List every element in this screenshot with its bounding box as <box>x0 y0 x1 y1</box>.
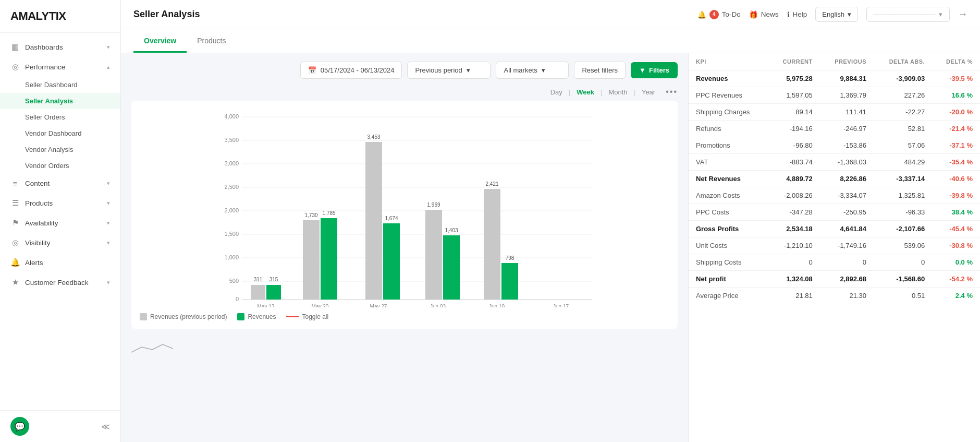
reset-filters-button[interactable]: Reset filters <box>574 62 626 79</box>
language-selector[interactable]: English ▾ <box>815 7 858 22</box>
user-selector[interactable]: ───────────── ▾ <box>866 7 950 22</box>
kpi-delta-abs: 227.26 <box>874 87 932 104</box>
chevron-down-icon: ▾ <box>107 220 110 226</box>
chart-section: 📅 05/17/2024 - 06/13/2024 Previous perio… <box>121 53 688 442</box>
svg-text:Jun 10: Jun 10 <box>489 304 505 307</box>
bar-curr <box>443 235 460 300</box>
kpi-delta-abs: -3,337.14 <box>874 171 932 187</box>
kpi-delta-abs: 1,325.81 <box>874 187 932 204</box>
kpi-previous: 0 <box>820 254 874 271</box>
kpi-previous: 2,892.68 <box>820 271 874 288</box>
col-kpi: KPI <box>689 53 768 70</box>
todo-badge: 4 <box>709 10 719 19</box>
sidebar-item-performance[interactable]: ◎ Performance ▴ <box>0 57 120 77</box>
tab-overview[interactable]: Overview <box>133 29 187 53</box>
market-selector[interactable]: All markets ▾ <box>496 62 569 79</box>
legend-toggle-all[interactable]: Toggle all <box>286 313 328 320</box>
kpi-delta-pct: 38.4 % <box>932 204 980 221</box>
chevron-down-icon: ▾ <box>107 200 110 207</box>
table-row: Promotions-96.80-153.8657.06-37.1 % <box>689 137 980 154</box>
kpi-label: Gross Profits <box>689 221 768 237</box>
sidebar-item-customer-feedback[interactable]: ★ Customer Feedback ▾ <box>0 272 120 292</box>
kpi-delta-pct: 0.0 % <box>932 254 980 271</box>
filters-button[interactable]: ▼ Filters <box>631 62 678 78</box>
chevron-down-icon: ▾ <box>939 10 942 18</box>
sidebar-nav: ▦ Dashboards ▾ ◎ Performance ▴ Seller Da… <box>0 33 120 410</box>
sidebar-item-vendor-orders[interactable]: Vendor Orders <box>0 158 120 174</box>
bar-prev <box>303 220 320 300</box>
tab-products[interactable]: Products <box>187 29 236 53</box>
kpi-delta-abs: 484.29 <box>874 154 932 171</box>
sidebar-item-seller-analysis[interactable]: Seller Analysis <box>0 93 120 109</box>
period-day[interactable]: Day <box>550 88 562 96</box>
period-month[interactable]: Month <box>608 88 627 96</box>
sidebar-item-availability[interactable]: ⚑ Availability ▾ <box>0 213 120 233</box>
sidebar-item-products[interactable]: ☰ Products ▾ <box>0 193 120 213</box>
kpi-previous: -250.95 <box>820 204 874 221</box>
date-range-value: 05/17/2024 - 06/13/2024 <box>321 66 395 74</box>
sidebar-item-alerts[interactable]: 🔔 Alerts <box>0 253 120 272</box>
svg-text:1,000: 1,000 <box>224 254 239 260</box>
todo-button[interactable]: 🔔 4 To-Do <box>697 10 741 19</box>
svg-text:311: 311 <box>254 277 263 282</box>
sidebar-item-vendor-analysis[interactable]: Vendor Analysis <box>0 141 120 158</box>
svg-text:2,421: 2,421 <box>485 181 498 187</box>
chart-legend: Revenues (previous period) Revenues Togg… <box>140 313 669 320</box>
svg-text:500: 500 <box>229 278 239 284</box>
kpi-delta-pct: 16.6 % <box>932 87 980 104</box>
sidebar-item-seller-dashboard[interactable]: Seller Dashboard <box>0 77 120 93</box>
period-week[interactable]: Week <box>577 88 594 96</box>
col-delta-pct: DELTA % <box>932 53 980 70</box>
col-current: CURRENT <box>768 53 820 70</box>
news-button[interactable]: 🎁 News <box>749 10 779 19</box>
col-previous: PREVIOUS <box>820 53 874 70</box>
sidebar-item-vendor-dashboard[interactable]: Vendor Dashboard <box>0 125 120 141</box>
svg-text:1,403: 1,403 <box>445 228 458 233</box>
notification-icon: 🔔 <box>697 10 706 19</box>
kpi-panel: KPI CURRENT PREVIOUS DELTA ABS. DELTA % … <box>688 53 980 442</box>
period-year[interactable]: Year <box>642 88 655 96</box>
kpi-current: 5,975.28 <box>768 70 820 87</box>
kpi-delta-pct: -20.0 % <box>932 104 980 121</box>
sidebar-item-dashboards[interactable]: ▦ Dashboards ▾ <box>0 37 120 57</box>
kpi-delta-abs: 57.06 <box>874 137 932 154</box>
help-icon: ℹ <box>787 10 790 19</box>
content-icon: ≡ <box>10 179 20 188</box>
kpi-delta-abs: -2,107.66 <box>874 221 932 237</box>
chevron-down-icon: ▾ <box>107 279 110 286</box>
kpi-previous: -153.86 <box>820 137 874 154</box>
sidebar-item-content[interactable]: ≡ Content ▾ <box>0 174 120 193</box>
bar-curr <box>321 218 337 300</box>
news-label: News <box>761 10 779 18</box>
svg-text:2,500: 2,500 <box>224 184 239 190</box>
sidebar-item-seller-orders[interactable]: Seller Orders <box>0 109 120 125</box>
chevron-down-icon: ▾ <box>848 10 851 18</box>
svg-text:4,000: 4,000 <box>224 113 239 120</box>
kpi-delta-pct: -39.5 % <box>932 70 980 87</box>
legend-curr-color <box>237 313 244 320</box>
logout-button[interactable]: → <box>958 9 967 20</box>
table-row: PPC Costs-347.28-250.95-96.3338.4 % <box>689 204 980 221</box>
svg-text:315: 315 <box>270 277 278 282</box>
svg-text:1,500: 1,500 <box>224 231 239 237</box>
kpi-current: -2,008.26 <box>768 187 820 204</box>
products-icon: ☰ <box>10 198 20 208</box>
sidebar-bottom: 💬 ≪ <box>0 410 120 442</box>
kpi-delta-pct: -45.4 % <box>932 221 980 237</box>
sidebar: AMALYTIX ▦ Dashboards ▾ ◎ Performance ▴ … <box>0 0 121 442</box>
performance-icon: ◎ <box>10 62 20 71</box>
kpi-label: Shipping Charges <box>689 104 768 121</box>
help-button[interactable]: ℹ Help <box>787 10 807 19</box>
collapse-sidebar-button[interactable]: ≪ <box>101 422 110 432</box>
sidebar-item-visibility[interactable]: ◎ Visibility ▾ <box>0 233 120 253</box>
comparison-period-selector[interactable]: Previous period ▾ <box>407 62 491 79</box>
chat-button[interactable]: 💬 <box>10 417 29 436</box>
kpi-label: PPC Revenues <box>689 87 768 104</box>
kpi-label: Revenues <box>689 70 768 87</box>
table-row: Revenues5,975.289,884.31-3,909.03-39.5 % <box>689 70 980 87</box>
availability-icon: ⚑ <box>10 218 20 228</box>
kpi-label: Unit Costs <box>689 237 768 254</box>
legend-prev-period: Revenues (previous period) <box>140 313 227 320</box>
chart-more-button[interactable]: ••• <box>666 87 678 97</box>
date-range-picker[interactable]: 📅 05/17/2024 - 06/13/2024 <box>300 62 402 79</box>
